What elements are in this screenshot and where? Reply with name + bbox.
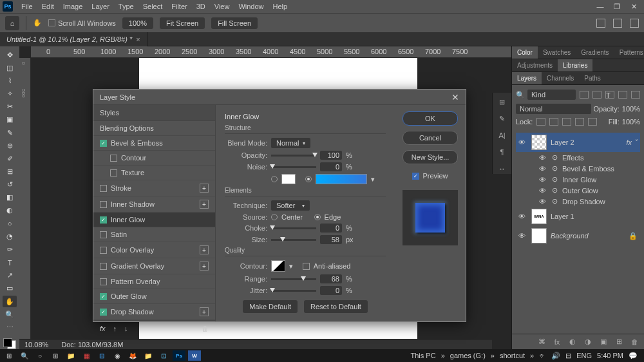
color-swatches[interactable]: [3, 338, 16, 349]
frame-tool-icon[interactable]: ▣: [3, 114, 17, 126]
search-icon[interactable]: [596, 19, 605, 28]
notifications-icon[interactable]: 💬: [629, 352, 638, 360]
add-instance-icon[interactable]: +: [200, 200, 209, 209]
shape-tool-icon[interactable]: ▭: [3, 283, 17, 294]
edit-toolbar-icon[interactable]: ⋯: [3, 321, 17, 333]
effect-item[interactable]: 👁⊙Outer Glow: [516, 185, 640, 196]
fit-screen-button[interactable]: Fit Screen: [160, 17, 205, 29]
filter-icon[interactable]: [580, 91, 589, 99]
menu-select[interactable]: Select: [138, 0, 167, 13]
style-item[interactable]: Color Overlay+: [93, 242, 215, 258]
layer-kind-filter[interactable]: Kind: [527, 90, 576, 100]
taskview-icon[interactable]: ⊞: [49, 350, 62, 361]
effects-header[interactable]: 👁⊙Effects: [516, 152, 640, 163]
jitter-input[interactable]: 0: [320, 286, 342, 295]
type-tool-icon[interactable]: T: [3, 257, 17, 269]
tab-gradients[interactable]: Gradients: [576, 46, 614, 59]
fx-icon[interactable]: fx: [553, 338, 562, 347]
style-checkbox[interactable]: [100, 247, 107, 254]
window-restore-icon[interactable]: ❐: [613, 3, 621, 11]
tab-color[interactable]: Color: [512, 46, 538, 59]
zoom-status[interactable]: 10.08%: [24, 341, 48, 348]
scroll-all-windows-checkbox[interactable]: Scroll All Windows: [48, 19, 116, 27]
up-icon[interactable]: ↑: [113, 325, 117, 332]
style-item[interactable]: Gradient Overlay+: [93, 258, 215, 274]
tab-libraries[interactable]: Libraries: [558, 59, 592, 71]
marquee-tool-icon[interactable]: ◫: [3, 62, 17, 73]
panel-icon[interactable]: ⊞: [497, 97, 507, 107]
lock-icon[interactable]: [575, 118, 584, 126]
style-checkbox[interactable]: ✓: [100, 216, 107, 224]
range-slider[interactable]: [271, 278, 316, 280]
path-tool-icon[interactable]: ↗: [3, 270, 17, 281]
tray-text[interactable]: games (G:): [450, 352, 486, 359]
new-layer-icon[interactable]: ⊞: [614, 338, 623, 347]
jitter-slider[interactable]: [271, 290, 316, 292]
pen-tool-icon[interactable]: ✑: [3, 243, 17, 255]
fx-badge[interactable]: fx ˅: [626, 138, 638, 147]
wand-tool-icon[interactable]: ✧: [3, 88, 17, 99]
style-checkbox[interactable]: [100, 278, 107, 285]
tray-text[interactable]: shortcut: [500, 352, 525, 359]
share-icon[interactable]: [630, 19, 639, 28]
effect-item[interactable]: 👁⊙Bevel & Emboss: [516, 163, 640, 174]
filter-icon[interactable]: [631, 91, 640, 99]
technique-dropdown[interactable]: Softer: [271, 200, 310, 211]
solid-color-radio[interactable]: [271, 176, 278, 182]
eraser-tool-icon[interactable]: ◧: [3, 192, 17, 204]
document-tab[interactable]: Untitled-1 @ 10.1% (Layer 2, RGB/8#) *×: [0, 32, 147, 46]
add-instance-icon[interactable]: +: [200, 307, 209, 316]
dodge-tool-icon[interactable]: ◔: [3, 231, 17, 242]
group-icon[interactable]: ▣: [599, 338, 608, 347]
fx-menu-icon[interactable]: fx: [100, 325, 106, 332]
zoom-level[interactable]: 100%: [122, 17, 153, 29]
visibility-icon[interactable]: 👁: [518, 138, 527, 146]
app-icon[interactable]: ▦: [80, 350, 93, 361]
menu-help[interactable]: Help: [269, 0, 292, 13]
adjustment-icon[interactable]: ◑: [583, 338, 592, 347]
menu-file[interactable]: File: [17, 0, 37, 13]
cancel-button[interactable]: Cancel: [402, 131, 458, 145]
lasso-tool-icon[interactable]: ⌇: [3, 75, 17, 86]
tab-adjustments[interactable]: Adjustments: [512, 59, 558, 71]
layer-name[interactable]: Layer 1: [551, 213, 574, 220]
filter-icon[interactable]: [592, 91, 601, 99]
menu-3d[interactable]: 3D: [192, 0, 210, 13]
style-checkbox[interactable]: [110, 155, 117, 162]
link-layers-icon[interactable]: ⌘: [537, 338, 546, 347]
gradient-radio[interactable]: [305, 176, 312, 182]
source-edge-radio[interactable]: [314, 214, 321, 220]
visibility-icon[interactable]: 👁: [518, 213, 527, 220]
style-checkbox[interactable]: [100, 263, 107, 270]
lock-icon[interactable]: [588, 118, 597, 126]
menu-filter[interactable]: Filter: [167, 0, 191, 13]
style-item[interactable]: ✓Drop Shadow+: [93, 304, 215, 320]
add-instance-icon[interactable]: +: [200, 184, 209, 193]
layer-thumbnail[interactable]: [531, 135, 547, 150]
contour-picker[interactable]: [271, 260, 285, 272]
style-item[interactable]: ✓Outer Glow: [93, 289, 215, 304]
choke-slider[interactable]: [271, 227, 316, 229]
down-icon[interactable]: ↓: [124, 325, 128, 332]
app-icon[interactable]: ⊡: [157, 350, 170, 361]
start-icon[interactable]: ⊞: [3, 350, 15, 361]
noise-slider[interactable]: [271, 166, 316, 168]
style-item[interactable]: Pattern Overlay: [93, 274, 215, 289]
volume-icon[interactable]: 🔊: [551, 352, 560, 360]
color-picker[interactable]: [281, 174, 296, 184]
layer-row[interactable]: 👁 IMNA Layer 1: [516, 207, 640, 226]
tray-text[interactable]: This PC: [411, 352, 436, 359]
stamp-tool-icon[interactable]: ⊞: [3, 166, 17, 177]
filter-icon[interactable]: T: [605, 91, 614, 99]
effect-item[interactable]: 👁⊙Inner Glow: [516, 174, 640, 185]
move-tool-icon[interactable]: ✥: [3, 49, 17, 61]
word-icon[interactable]: W: [188, 350, 201, 361]
panel-icon[interactable]: ↔: [497, 164, 507, 174]
blending-options[interactable]: Blending Options: [93, 121, 215, 136]
hand-tool-icon[interactable]: ✋: [33, 19, 42, 27]
blend-mode-dropdown[interactable]: Normal: [271, 138, 310, 148]
menu-layer[interactable]: Layer: [87, 0, 114, 13]
panel-icon[interactable]: ¶: [497, 147, 507, 157]
style-item[interactable]: Contour: [93, 151, 215, 166]
blur-tool-icon[interactable]: ○: [3, 218, 17, 229]
